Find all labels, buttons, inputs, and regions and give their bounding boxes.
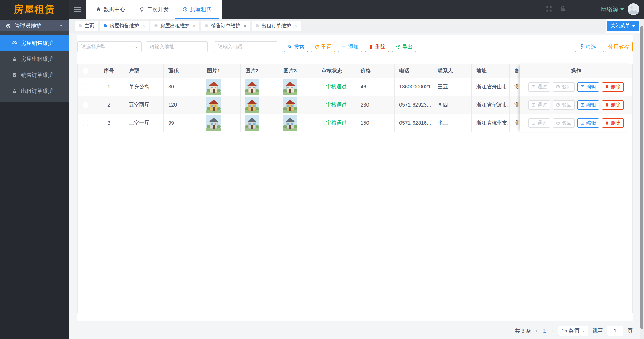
- edit-button[interactable]: 编辑: [577, 118, 599, 128]
- fullscreen-icon[interactable]: [546, 5, 553, 13]
- vscroll-thumb[interactable]: [640, 26, 643, 329]
- toolbar-right: 列筛选 使用教程: [575, 42, 633, 52]
- avatar[interactable]: [628, 3, 639, 15]
- filter-buttons: 搜索 重置 添加 删除 导出: [284, 42, 416, 52]
- action-row: 通过驳回编辑删除: [520, 78, 632, 96]
- tab-1[interactable]: 房屋销售维护 ×: [100, 21, 149, 31]
- action-row: 通过驳回编辑删除: [520, 96, 632, 114]
- edit-button[interactable]: 编辑: [577, 100, 599, 110]
- cell-image-2: [241, 114, 279, 132]
- phone-input[interactable]: [214, 41, 277, 52]
- user-menu[interactable]: 幽络源: [601, 5, 624, 13]
- tab-close-icon[interactable]: ×: [142, 23, 145, 28]
- tutorial-button[interactable]: 使用教程: [603, 42, 633, 52]
- cell-price: 46: [356, 78, 395, 96]
- edit-icon: [580, 121, 585, 125]
- sidebar-item-2[interactable]: 销售订单维护: [0, 67, 69, 83]
- header-right: 幽络源: [546, 0, 644, 19]
- cell-remark: 测: [510, 114, 520, 132]
- edit-icon: [556, 85, 560, 89]
- sidebar-item-1[interactable]: 房屋出租维护: [0, 51, 69, 67]
- sidebar: 管理员维护 房屋销售维护 房屋出租维护 销售订单维护 出租订单维护: [0, 19, 69, 339]
- edit-button[interactable]: 编辑: [577, 82, 599, 92]
- tab-0[interactable]: 主页: [75, 21, 98, 31]
- cell-remark: 测: [510, 96, 520, 114]
- row-checkbox[interactable]: [83, 84, 88, 90]
- sidebar-item-0[interactable]: 房屋销售维护: [0, 35, 69, 51]
- table-header-row: 序号户型面积图片1图片2图片3审核状态价格电话联系人地址备注: [78, 64, 520, 78]
- lock-icon[interactable]: [559, 5, 566, 13]
- row-delete-button[interactable]: 删除: [602, 118, 624, 128]
- export-button[interactable]: 导出: [392, 42, 416, 52]
- current-page[interactable]: 1: [542, 328, 547, 334]
- house-type-select[interactable]: 请选择户型 ∨: [77, 41, 142, 52]
- row-checkbox[interactable]: [83, 120, 88, 126]
- search-button[interactable]: 搜索: [284, 42, 308, 52]
- tab-status-dot: [154, 24, 158, 27]
- table-fixed-action-column: 操作通过驳回编辑删除通过驳回编辑删除通过驳回编辑删除: [520, 64, 632, 132]
- house-image[interactable]: [206, 79, 221, 95]
- approve-button[interactable]: 通过: [528, 82, 550, 92]
- page-size-select[interactable]: 15 条/页 ∨: [558, 326, 588, 336]
- house-image[interactable]: [245, 79, 259, 95]
- aperture-icon: [182, 7, 188, 12]
- delete-button[interactable]: 删除: [365, 42, 389, 52]
- cell-phone: 13600000021: [395, 78, 433, 96]
- reject-button[interactable]: 驳回: [553, 82, 575, 92]
- tab-close-icon[interactable]: ×: [243, 23, 246, 28]
- house-image[interactable]: [206, 97, 221, 113]
- house-image[interactable]: [245, 115, 259, 131]
- vertical-scrollbar[interactable]: [640, 19, 644, 339]
- chevron-up-icon: [58, 23, 63, 29]
- column-filter-button[interactable]: 列筛选: [575, 42, 599, 52]
- row-checkbox[interactable]: [83, 102, 88, 108]
- nav-item-2[interactable]: 房屋租售: [175, 0, 219, 19]
- sidebar-group-admin[interactable]: 管理员维护: [0, 20, 69, 31]
- cell-phone: 0571-62923...: [395, 96, 433, 114]
- tab-status-dot: [104, 24, 107, 27]
- edit-icon: [556, 121, 560, 125]
- column-header-10: 地址: [472, 64, 510, 78]
- approve-button[interactable]: 通过: [528, 100, 550, 110]
- tab-strip-bar: 主页 房屋销售维护 × 房屋出租维护 × 销售订单维护 × 出租订单维护 × 关…: [69, 19, 644, 33]
- nav-item-1[interactable]: 二次开发: [132, 0, 175, 19]
- house-image[interactable]: [283, 115, 297, 131]
- tab-3[interactable]: 销售订单维护 ×: [201, 21, 250, 31]
- sidebar-toggle-button[interactable]: [69, 0, 86, 19]
- briefcase-icon: [12, 88, 17, 94]
- reject-button[interactable]: 驳回: [553, 100, 575, 110]
- approve-button[interactable]: 通过: [528, 118, 550, 128]
- app-logo: 房屋租赁: [0, 0, 69, 19]
- status-badge: 审核通过: [326, 83, 347, 90]
- tab-2[interactable]: 房屋出租维护 ×: [150, 21, 200, 31]
- tab-close-icon[interactable]: ×: [294, 23, 297, 28]
- close-menu-button[interactable]: 关闭菜单: [607, 21, 639, 31]
- cell-type: 五室两厅: [124, 96, 164, 114]
- house-image[interactable]: [283, 97, 297, 113]
- column-header-0: 序号: [94, 64, 124, 78]
- next-page-button[interactable]: ›: [551, 327, 554, 334]
- tab-status-dot: [256, 24, 259, 27]
- tab-close-icon[interactable]: ×: [193, 23, 196, 28]
- reject-button[interactable]: 驳回: [553, 118, 575, 128]
- nav-item-0[interactable]: 数据中心: [89, 0, 132, 19]
- header-checkbox-cell: [78, 64, 94, 78]
- reset-button[interactable]: 重置: [311, 42, 335, 52]
- sidebar-item-3[interactable]: 出租订单维护: [0, 83, 69, 99]
- house-image[interactable]: [206, 115, 221, 131]
- user-caret-icon: [620, 8, 624, 10]
- address-input[interactable]: [146, 41, 208, 52]
- jump-page-input[interactable]: [607, 326, 623, 336]
- row-delete-button[interactable]: 删除: [602, 100, 624, 110]
- house-image[interactable]: [283, 79, 297, 95]
- action-row: 通过驳回编辑删除: [520, 114, 632, 132]
- house-image[interactable]: [245, 97, 259, 113]
- prev-page-button[interactable]: ‹: [535, 327, 538, 334]
- cell-area: 99: [164, 114, 202, 132]
- tab-4[interactable]: 出租订单维护 ×: [252, 21, 301, 31]
- tab-status-dot: [205, 24, 208, 27]
- row-delete-button[interactable]: 删除: [602, 82, 624, 92]
- add-button[interactable]: 添加: [338, 42, 362, 52]
- column-header-1: 户型: [124, 64, 164, 78]
- select-all-checkbox[interactable]: [83, 68, 88, 74]
